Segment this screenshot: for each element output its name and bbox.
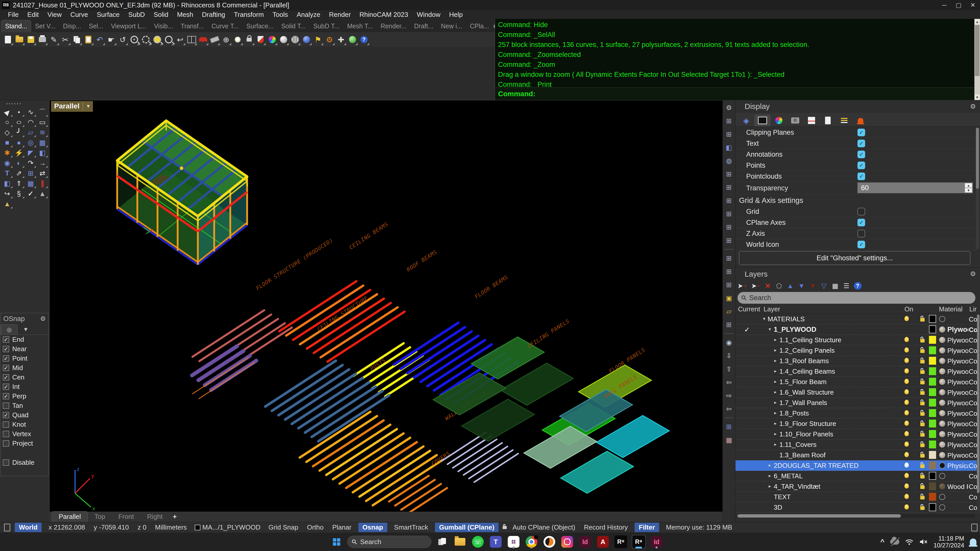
- taskbar-start-icon[interactable]: [329, 535, 344, 549]
- checkbox-cen[interactable]: ✓: [3, 374, 9, 381]
- layer-lock-icon[interactable]: [920, 433, 924, 437]
- osnap-option-knot[interactable]: Knot: [1, 420, 48, 429]
- expand-icon[interactable]: ▸: [774, 337, 776, 343]
- toolbar-tab-draft[interactable]: Draft...: [410, 20, 437, 32]
- checkbox-world-icon[interactable]: ✓: [858, 241, 865, 248]
- layer-color-swatch[interactable]: [929, 336, 936, 344]
- move-tool-icon[interactable]: ⇗: [13, 168, 25, 178]
- menu-surface[interactable]: Surface: [92, 10, 124, 19]
- split-tool-icon[interactable]: ◧: [37, 148, 48, 158]
- rotate-view-icon[interactable]: ↺: [117, 33, 129, 46]
- layer-search-input[interactable]: Search: [738, 292, 975, 304]
- cp-snap-icon[interactable]: ⊞: [726, 181, 732, 194]
- checkbox-int[interactable]: ✓: [3, 384, 9, 390]
- layer-lock-icon[interactable]: [920, 360, 924, 364]
- menu-tools[interactable]: Tools: [268, 10, 293, 19]
- status-millimeters[interactable]: Millimeters: [151, 524, 191, 531]
- undo-view-icon[interactable]: ↩: [174, 33, 186, 46]
- status-auto-cplane-object[interactable]: Auto CPlane (Object): [508, 524, 580, 531]
- grid-view-icon[interactable]: ▦: [831, 281, 839, 290]
- gumball-anchor[interactable]: [180, 167, 183, 170]
- collapse-icon[interactable]: ▾: [763, 316, 765, 322]
- cp-cursor-icon[interactable]: ⊞: [726, 265, 732, 278]
- cp-link-icon[interactable]: ⊞: [726, 318, 732, 331]
- shield-icon[interactable]: [255, 33, 266, 46]
- circle-tool-icon[interactable]: ○: [1, 117, 13, 127]
- osnap-tab-filter[interactable]: ▼: [18, 324, 34, 335]
- viewport-new-tab[interactable]: +: [169, 511, 180, 522]
- flag-icon[interactable]: ⚑: [312, 33, 324, 46]
- onedrive-icon[interactable]: [890, 539, 899, 545]
- cp-down-icon[interactable]: ⇩: [726, 349, 732, 362]
- layer-material-icon[interactable]: [939, 473, 945, 479]
- explode-burst-tool-icon[interactable]: ⚡: [13, 148, 25, 158]
- layer-lock-icon[interactable]: [920, 412, 924, 416]
- toolbar-tab-viewport-l[interactable]: Viewport L...: [107, 20, 150, 32]
- zoom-window-icon[interactable]: [140, 33, 151, 46]
- layer-row-1-7-wall-panels[interactable]: ▸1.7_Wall PanelsPlywooCo: [735, 398, 977, 408]
- layer-material-icon[interactable]: [939, 483, 945, 489]
- save-icon[interactable]: [25, 33, 37, 46]
- toolbar-tab-subd-t[interactable]: SubD T...: [310, 20, 344, 32]
- dock-grip[interactable]: ••••••: [6, 101, 22, 107]
- layer-material-icon[interactable]: [939, 347, 945, 354]
- layer-lock-icon[interactable]: [920, 475, 924, 478]
- checkbox-cplane-axes[interactable]: ✓: [858, 219, 865, 226]
- layer-visibility-bulb-icon[interactable]: [904, 347, 909, 353]
- funnel-filter-icon[interactable]: ▽: [820, 281, 828, 290]
- new-sublayer-icon[interactable]: ➤＋: [751, 281, 760, 290]
- display-scrollbar[interactable]: [976, 128, 979, 249]
- taskbar-rhino-active-icon[interactable]: R⁸: [632, 535, 646, 549]
- command-scrollbar[interactable]: ▲ ▼: [974, 19, 980, 100]
- display-tab-color-wheel[interactable]: [771, 114, 787, 126]
- boolean-union-tool-icon[interactable]: ◉: [1, 158, 13, 168]
- checkbox-annotations[interactable]: ✓: [858, 151, 865, 158]
- layer-material-icon[interactable]: [939, 431, 945, 437]
- cp-folder-icon[interactable]: ▱: [727, 305, 732, 318]
- layer-visibility-bulb-icon[interactable]: [904, 410, 909, 415]
- layer-color-swatch[interactable]: [929, 315, 936, 323]
- toolbar-tab-solid-t[interactable]: Solid T...: [277, 20, 309, 32]
- layer-color-swatch[interactable]: [929, 451, 936, 459]
- taskbar-media-orange-icon[interactable]: [542, 535, 557, 549]
- open-file-icon[interactable]: [14, 33, 25, 46]
- layer-visibility-bulb-icon[interactable]: [904, 358, 909, 363]
- toolbar-tab-curve-t[interactable]: Curve T...: [208, 20, 243, 32]
- layer-material-icon[interactable]: [939, 389, 945, 395]
- transparency-input[interactable]: 60▲▼: [858, 183, 973, 193]
- layer-row-1-6-wall-structure[interactable]: ▸1.6_Wall StructurePlywooCo: [735, 387, 977, 398]
- extrude-tool-icon[interactable]: ⇑: [13, 178, 25, 189]
- zoom-extents-icon[interactable]: [163, 33, 174, 46]
- checkbox-z-axis[interactable]: [858, 230, 865, 237]
- display-tab-grid-table[interactable]: [803, 114, 820, 126]
- toolbar-tab-stand[interactable]: Stand...: [1, 20, 31, 32]
- osnap-tab-snaps[interactable]: ◎: [1, 324, 18, 335]
- ellipse-tool-icon[interactable]: ○: [13, 117, 25, 127]
- taskbar-indesign-2-icon[interactable]: Id: [649, 535, 664, 549]
- taskbar-whatsapp-icon[interactable]: ☏: [471, 535, 485, 549]
- status-z-0[interactable]: z 0: [133, 524, 151, 531]
- expand-icon[interactable]: ▸: [774, 410, 776, 416]
- status-world[interactable]: World: [15, 523, 41, 532]
- layer-color-swatch[interactable]: [929, 482, 936, 490]
- cp-pin-icon[interactable]: ⊞: [726, 234, 732, 247]
- display-tab-display-monitor[interactable]: [754, 114, 771, 126]
- layer-row-1-3-beam-roof[interactable]: 1.3_Beam RoofPlywooCo: [735, 450, 977, 460]
- menu-file[interactable]: File: [3, 10, 23, 19]
- expand-icon[interactable]: ▸: [774, 389, 776, 395]
- command-panel[interactable]: Command: HideCommand: _SelAll257 block i…: [495, 19, 980, 100]
- status-memory-use-1129-mb[interactable]: Memory use: 1129 MB: [662, 524, 737, 531]
- layer-row-1-9-floor-structure[interactable]: ▸1.9_Floor StructurePlywooCo: [735, 419, 977, 429]
- copy-icon[interactable]: [71, 33, 83, 46]
- checkbox-text[interactable]: ✓: [858, 140, 865, 147]
- osnap-option-perp[interactable]: ✓Perp: [1, 392, 48, 401]
- toolbar-tab-transf[interactable]: Transf...: [177, 20, 208, 32]
- twist-tool-icon[interactable]: §: [13, 189, 25, 199]
- checkbox-end[interactable]: ✓: [3, 337, 9, 343]
- toolbar-tab-set-v[interactable]: Set V...: [31, 20, 59, 32]
- layer-visibility-bulb-icon[interactable]: [904, 452, 909, 457]
- layer-visibility-bulb-icon[interactable]: [904, 462, 909, 468]
- checkbox-pointclouds[interactable]: ✓: [858, 173, 865, 180]
- scroll-up-icon[interactable]: ▲: [975, 19, 980, 24]
- wifi-icon[interactable]: [905, 538, 914, 545]
